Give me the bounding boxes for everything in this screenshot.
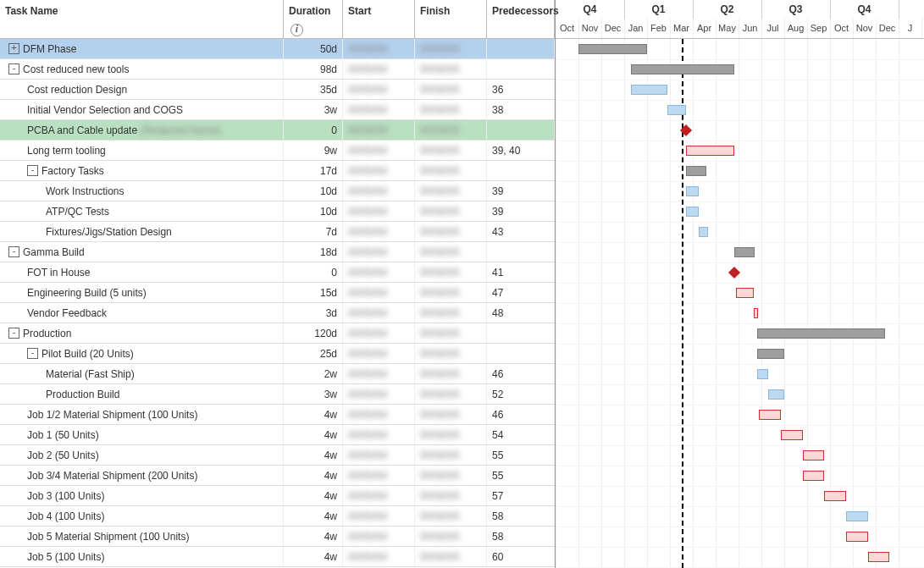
duration-cell[interactable]: 4w <box>284 425 343 444</box>
gantt-bar[interactable] <box>757 349 784 359</box>
finish-cell[interactable]: 00/00/00 <box>415 242 487 262</box>
predecessor-cell[interactable] <box>487 59 555 79</box>
duration-cell[interactable]: 3d <box>284 303 343 323</box>
finish-cell[interactable]: 00/00/00 <box>415 506 487 526</box>
duration-cell[interactable]: 4w <box>284 547 343 566</box>
task-name-cell[interactable]: ATP/QC Tests <box>0 201 284 221</box>
start-cell[interactable]: 00/00/00 <box>343 466 415 485</box>
gantt-bar[interactable] <box>757 328 885 339</box>
finish-cell[interactable]: 00/00/00 <box>415 425 487 444</box>
start-cell[interactable]: 00/00/00 <box>343 364 415 383</box>
finish-cell[interactable]: 00/00/00 <box>415 486 487 505</box>
predecessor-cell[interactable] <box>487 39 555 58</box>
finish-cell[interactable]: 00/00/00 <box>415 283 487 302</box>
table-row[interactable]: FOT in House000/00/0000/00/0041 <box>0 262 555 283</box>
task-name-cell[interactable]: -Production <box>0 323 284 343</box>
table-row[interactable]: Fixtures/Jigs/Station Design7d00/00/0000… <box>0 222 555 242</box>
finish-cell[interactable]: 00/00/00 <box>415 39 487 58</box>
predecessor-cell[interactable]: 39, 40 <box>487 141 555 160</box>
start-cell[interactable]: 00/00/00 <box>343 262 415 282</box>
table-row[interactable]: Job 5 Material Shipment (100 Units)4w00/… <box>0 527 555 547</box>
table-row[interactable]: -Gamma Build18d00/00/0000/00/00 <box>0 242 555 262</box>
table-row[interactable]: Work Instructions10d00/00/0000/00/0039 <box>0 181 555 201</box>
gantt-bar[interactable] <box>803 471 825 481</box>
task-name-cell[interactable]: Job 5 Material Shipment (100 Units) <box>0 527 284 546</box>
collapse-icon[interactable]: - <box>8 328 19 339</box>
gantt-bar[interactable] <box>686 146 734 156</box>
predecessor-cell[interactable]: 38 <box>487 100 555 119</box>
start-cell[interactable]: 00/00/00 <box>343 242 415 262</box>
predecessor-cell[interactable]: 47 <box>487 283 555 302</box>
predecessor-cell[interactable]: 57 <box>487 486 555 505</box>
gantt-bar[interactable] <box>699 227 708 237</box>
task-name-cell[interactable]: FOT in House <box>0 262 284 282</box>
predecessor-cell[interactable]: 55 <box>487 445 555 465</box>
table-row[interactable]: Job 1/2 Material Shipment (100 Units)4w0… <box>0 405 555 425</box>
finish-cell[interactable]: 00/00/00 <box>415 59 487 79</box>
expand-icon[interactable]: + <box>8 43 19 54</box>
predecessor-cell[interactable]: 46 <box>487 405 555 424</box>
task-name-cell[interactable]: Engineering Build (5 units) <box>0 283 284 302</box>
gantt-bar[interactable] <box>754 308 758 318</box>
start-cell[interactable]: 00/00/00 <box>343 59 415 79</box>
duration-cell[interactable]: 7d <box>284 222 343 241</box>
gantt-bar[interactable] <box>686 207 699 217</box>
duration-cell[interactable]: 4w <box>284 466 343 485</box>
table-row[interactable]: Engineering Build (5 units)15d00/00/0000… <box>0 283 555 303</box>
task-name-cell[interactable]: Cost reduction Design <box>0 80 284 99</box>
predecessor-cell[interactable]: 58 <box>487 527 555 546</box>
table-row[interactable]: PCBA and Cable update(Redacted Name)000/… <box>0 120 555 141</box>
task-name-cell[interactable]: Job 3 (100 Units) <box>0 486 284 505</box>
predecessor-cell[interactable]: 43 <box>487 222 555 241</box>
col-task-name[interactable]: Task Name <box>0 0 284 38</box>
finish-cell[interactable]: 00/00/00 <box>415 527 487 546</box>
info-icon[interactable]: i <box>290 24 303 36</box>
predecessor-cell[interactable] <box>487 242 555 262</box>
start-cell[interactable]: 00/00/00 <box>343 445 415 465</box>
finish-cell[interactable]: 00/00/00 <box>415 80 487 99</box>
finish-cell[interactable]: 00/00/00 <box>415 323 487 343</box>
start-cell[interactable]: 00/00/00 <box>343 283 415 302</box>
predecessor-cell[interactable]: 52 <box>487 384 555 404</box>
gantt-bar[interactable] <box>631 64 734 74</box>
predecessor-cell[interactable]: 54 <box>487 425 555 444</box>
start-cell[interactable]: 00/00/00 <box>343 39 415 58</box>
duration-cell[interactable]: 9w <box>284 141 343 160</box>
gantt-bar[interactable] <box>824 491 846 501</box>
finish-cell[interactable]: 00/00/00 <box>415 384 487 404</box>
duration-cell[interactable]: 4w <box>284 445 343 465</box>
gantt-bar[interactable] <box>686 186 699 196</box>
task-name-cell[interactable]: -Gamma Build <box>0 242 284 262</box>
finish-cell[interactable]: 00/00/00 <box>415 344 487 363</box>
gantt-bar[interactable] <box>686 166 706 176</box>
table-row[interactable]: Production Build3w00/00/0000/00/0052 <box>0 384 555 405</box>
table-row[interactable]: -Pilot Build (20 Units)25d00/00/0000/00/… <box>0 344 555 364</box>
gantt-bar[interactable] <box>736 288 753 298</box>
task-name-cell[interactable]: Job 4 (100 Units) <box>0 506 284 526</box>
finish-cell[interactable]: 00/00/00 <box>415 466 487 485</box>
table-row[interactable]: -Production120d00/00/0000/00/00 <box>0 323 555 344</box>
finish-cell[interactable]: 00/00/00 <box>415 303 487 323</box>
finish-cell[interactable]: 00/00/00 <box>415 222 487 241</box>
task-name-cell[interactable]: Job 2 (50 Units) <box>0 445 284 465</box>
task-name-cell[interactable]: Vendor Feedback <box>0 303 284 323</box>
gantt-bar[interactable] <box>578 44 647 54</box>
gantt-bar[interactable] <box>734 247 755 257</box>
task-name-cell[interactable]: Long term tooling <box>0 141 284 160</box>
collapse-icon[interactable]: - <box>8 63 19 74</box>
task-name-cell[interactable]: Fixtures/Jigs/Station Design <box>0 222 284 241</box>
duration-cell[interactable]: 4w <box>284 486 343 505</box>
predecessor-cell[interactable] <box>487 323 555 343</box>
gantt-bar[interactable] <box>781 430 803 440</box>
finish-cell[interactable]: 00/00/00 <box>415 405 487 424</box>
task-name-cell[interactable]: Job 5 (100 Units) <box>0 547 284 566</box>
start-cell[interactable]: 00/00/00 <box>343 344 415 363</box>
predecessor-cell[interactable]: 60 <box>487 547 555 566</box>
duration-cell[interactable]: 3w <box>284 100 343 119</box>
predecessor-cell[interactable]: 46 <box>487 364 555 383</box>
col-finish[interactable]: Finish <box>415 0 487 38</box>
gantt-bar[interactable] <box>803 450 825 460</box>
start-cell[interactable]: 00/00/00 <box>343 486 415 505</box>
table-row[interactable]: -Cost reduced new tools98d00/00/0000/00/… <box>0 59 555 80</box>
col-start[interactable]: Start <box>343 0 415 38</box>
